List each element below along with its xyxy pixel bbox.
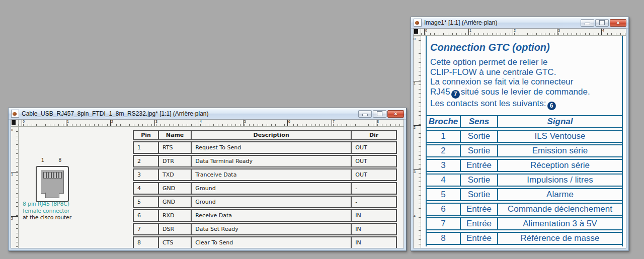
doc-text-line: Cette option permet de relier le	[430, 57, 590, 67]
minimize-button[interactable]	[358, 110, 372, 118]
table-cell: IN	[351, 209, 397, 222]
table-cell: IN	[351, 236, 397, 248]
table-cell: Commande déclenchement	[497, 203, 623, 216]
table-cell: Sortie	[460, 130, 497, 143]
table-header-cell: Dir	[351, 130, 397, 140]
ruler-number: 2	[513, 29, 516, 35]
ruler-number: 1	[11, 172, 18, 177]
table-row: 7DSRData Set ReadyIN	[133, 223, 397, 235]
doc-text: RJ45	[430, 87, 450, 97]
table-cell: Réception série	[497, 159, 623, 172]
table-cell: 7	[133, 223, 158, 235]
table-cell: Ground	[191, 196, 351, 208]
table-row: 2DTRData Terminal ReadyOUT	[133, 155, 397, 167]
table-cell: RXD	[158, 209, 191, 222]
table-cell: 5	[133, 196, 158, 208]
table-header-cell: Sens	[460, 115, 497, 128]
table-header-cell: Name	[158, 130, 191, 140]
horizontal-ruler: 01234	[421, 29, 626, 36]
ruler-corner	[11, 120, 19, 127]
table-cell: Receive Data	[191, 209, 351, 222]
table-cell: 4	[133, 182, 158, 195]
left-image-window: Cable_USB_RJ457_8pin_FTDI_1_8m_RS232.jpg…	[8, 108, 407, 251]
table-header-cell: Pin	[133, 130, 158, 140]
ruler-number: 7	[332, 120, 335, 126]
doc-text-line: RJ457situé sous le levier de commande.	[430, 87, 590, 99]
table-cell: OUT	[351, 168, 397, 181]
table-cell: IN	[351, 223, 397, 235]
caption-line: at the cisco router	[23, 214, 71, 221]
pin-number-left: 1	[41, 157, 44, 163]
table-cell: Request To Send	[191, 141, 351, 154]
table-cell: 8	[426, 232, 460, 245]
doc-text-line: Les contacts sont les suivants:6	[430, 99, 590, 110]
maximize-button[interactable]	[595, 19, 609, 27]
figure-caption: 8 pin RJ45 (8P8C) female connector at th…	[23, 201, 71, 221]
table-header-row: PinNameDescriptionDir	[133, 130, 397, 140]
ruler-number: 0	[424, 29, 427, 35]
table-cell: RTS	[158, 141, 191, 154]
table-cell: 1	[133, 141, 158, 154]
table-cell: Entrée	[460, 232, 497, 245]
doc-text-line: La connexion se fait via le connecteur	[430, 77, 590, 87]
ruler-number: 3	[154, 120, 157, 126]
ruler-number: 1	[414, 81, 421, 85]
ruler-number: 4	[414, 214, 421, 218]
ruler-number: 3	[557, 29, 560, 35]
doc-text: situé sous le levier de commande.	[461, 87, 590, 97]
table-row: 3TXDTranceive DataOUT	[133, 168, 397, 181]
table-cell: 2	[426, 144, 460, 157]
table-cell: Ground	[191, 182, 351, 195]
table-cell: Clear To Send	[191, 236, 351, 248]
doc-text-line: CLIP-FLOW à une centrale GTC.	[430, 67, 590, 77]
rj45-pins	[43, 172, 62, 179]
connector-pin-numbers: 1 8	[36, 157, 67, 163]
ruler-number: 6	[287, 120, 290, 126]
table-cell: 7	[426, 217, 460, 230]
ruler-number: 0	[414, 37, 421, 41]
minimize-button[interactable]	[581, 19, 594, 27]
table-cell: 5	[426, 188, 460, 201]
rj45-connector-icon	[36, 166, 69, 202]
table-cell: -	[351, 196, 397, 208]
table-row: 5GNDGround-	[133, 196, 397, 208]
ruler-number: 8	[376, 120, 379, 126]
table-cell: Alimentation 3 à 5V	[497, 217, 623, 230]
image-canvas[interactable]: Connection GTC (option) Cette option per…	[421, 36, 626, 248]
ruler-number: 4	[199, 120, 202, 126]
image-canvas[interactable]: 1 8 8 pin RJ45 (8P8C) female connector a…	[19, 127, 404, 248]
window-title: Cable_USB_RJ457_8pin_FTDI_1_8m_RS232.jpg…	[22, 110, 355, 117]
maximize-button[interactable]	[373, 110, 386, 118]
ruler-number: 2	[414, 125, 421, 130]
table-cell: GND	[158, 182, 191, 195]
close-button[interactable]: ×	[610, 19, 626, 27]
window-body: 012345678 012 1 8 8 pin RJ45 (8P8C) fema…	[11, 119, 404, 248]
table-cell: Impulsions / litres	[497, 174, 623, 187]
table-cell: Sortie	[460, 144, 497, 157]
table-cell: -	[351, 182, 397, 195]
vertical-ruler: 012	[11, 127, 19, 248]
close-button[interactable]: ×	[387, 110, 404, 118]
table-cell: Référence de masse	[497, 232, 623, 245]
table-cell: 6	[133, 209, 158, 222]
table-row: 3EntréeRéception série	[426, 159, 623, 172]
ruler-number: 3	[414, 169, 421, 174]
table-cell: Data Set Ready	[191, 223, 351, 235]
table-cell: Sortie	[460, 188, 497, 201]
table-row: 4SortieImpulsions / litres	[426, 174, 623, 187]
table-cell: 3	[426, 159, 460, 172]
ruler-corner	[414, 29, 421, 36]
table-cell: 6	[426, 203, 460, 216]
ruler-number: 0	[22, 120, 25, 126]
titlebar[interactable]: Image1* [1:1] (Arrière-plan) ×	[411, 17, 628, 29]
table-cell: Tranceive Data	[191, 168, 351, 181]
image-file-icon	[414, 19, 422, 27]
table-cell: Emission série	[497, 144, 623, 157]
right-image-window: Image1* [1:1] (Arrière-plan) × 01234 012…	[411, 17, 629, 251]
table-cell: TXD	[158, 168, 191, 181]
circled-number-badge: 6	[547, 102, 556, 110]
circled-number-badge: 7	[451, 90, 460, 99]
table-cell: 3	[133, 168, 158, 181]
table-header-cell: Description	[191, 130, 351, 140]
titlebar[interactable]: Cable_USB_RJ457_8pin_FTDI_1_8m_RS232.jpg…	[9, 108, 406, 120]
